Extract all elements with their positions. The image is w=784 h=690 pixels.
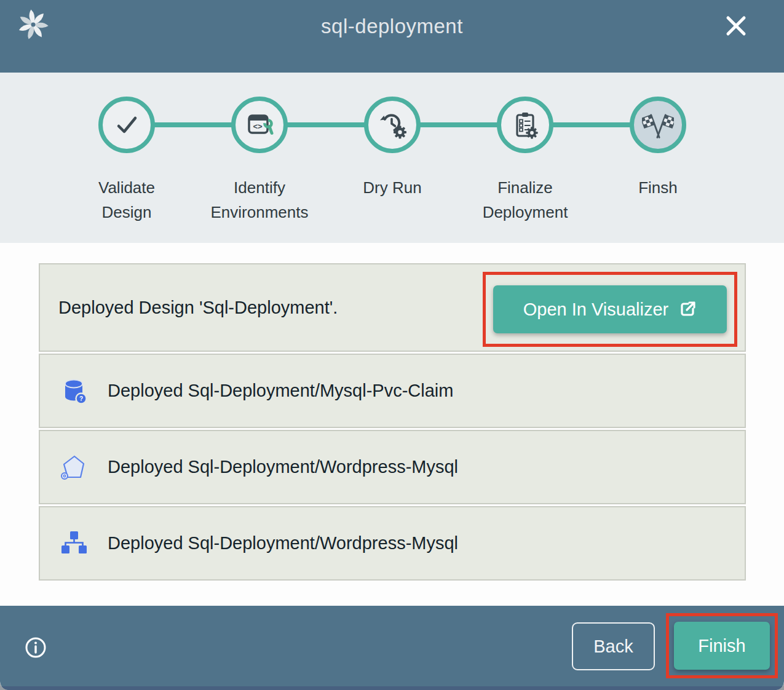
deployed-resource-row: Deployed Sql-Deployment/Wordpress-Mysql — [39, 506, 746, 581]
deployed-resource-row: ? Deployed Sql-Deployment/Mysql-Pvc-Clai… — [39, 354, 746, 428]
step-label: Finsh — [604, 175, 712, 200]
step-validate-design[interactable]: Validate Design — [60, 97, 193, 224]
step-circle — [630, 97, 686, 153]
pvc-database-icon: ? — [60, 377, 88, 405]
check-icon — [112, 110, 141, 140]
checkered-flags-icon — [642, 109, 674, 141]
code-environment-icon: <> — [245, 110, 274, 140]
visualizer-highlight-box: Open In Visualizer — [483, 272, 737, 347]
info-icon[interactable] — [25, 636, 47, 659]
step-finish[interactable]: Finsh — [592, 97, 724, 224]
svg-text:<>: <> — [253, 122, 263, 131]
step-label: Dry Run — [338, 175, 446, 200]
step-circle: <> — [231, 97, 288, 153]
finish-highlight-box: Finish — [666, 613, 778, 678]
step-label: Finalize Deployment — [471, 175, 579, 224]
steps-row: Validate Design <> Identify Environments — [60, 97, 724, 224]
deployed-resource-text: Deployed Sql-Deployment/Mysql-Pvc-Claim — [108, 381, 453, 401]
results-area: Deployed Design 'Sql-Deployment'. Open I… — [0, 243, 784, 606]
design-summary-text: Deployed Design 'Sql-Deployment'. — [58, 298, 338, 318]
step-dry-run[interactable]: Dry Run — [326, 97, 459, 224]
open-in-visualizer-label: Open In Visualizer — [523, 299, 668, 320]
dialog-title: sql-deployment — [0, 15, 784, 38]
service-pentagon-icon — [60, 453, 88, 482]
deployment-tree-icon — [60, 529, 88, 558]
open-in-visualizer-button[interactable]: Open In Visualizer — [493, 285, 727, 333]
dialog-footer: Back Finish — [0, 606, 784, 690]
step-circle — [497, 97, 553, 153]
design-summary-row: Deployed Design 'Sql-Deployment'. Open I… — [39, 263, 746, 352]
finish-button[interactable]: Finish — [674, 622, 770, 670]
step-label: Identify Environments — [205, 175, 314, 224]
step-identify-environments[interactable]: <> Identify Environments — [193, 97, 326, 224]
dialog-header: sql-deployment — [0, 0, 784, 73]
close-icon[interactable] — [724, 14, 748, 38]
deployment-stepper: Validate Design <> Identify Environments — [0, 73, 784, 243]
deployment-results-card: Deployed Design 'Sql-Deployment'. Open I… — [39, 263, 746, 582]
gear-icon — [394, 126, 406, 139]
clipboard-gear-icon — [510, 110, 540, 140]
deployed-resource-text: Deployed Sql-Deployment/Wordpress-Mysql — [108, 533, 458, 553]
deployed-resource-text: Deployed Sql-Deployment/Wordpress-Mysql — [108, 457, 458, 477]
step-finalize-deployment[interactable]: Finalize Deployment — [459, 97, 592, 224]
back-button[interactable]: Back — [572, 622, 655, 670]
step-circle — [98, 97, 155, 153]
svg-text:?: ? — [79, 395, 83, 402]
gear-icon — [526, 127, 537, 138]
deployed-resource-row: Deployed Sql-Deployment/Wordpress-Mysql — [39, 430, 746, 504]
step-label: Validate Design — [73, 175, 181, 224]
external-link-icon — [678, 300, 697, 319]
step-circle — [364, 97, 421, 153]
dry-run-sync-gear-icon — [378, 110, 407, 140]
deployment-dialog: sql-deployment Validate Design — [0, 0, 784, 690]
